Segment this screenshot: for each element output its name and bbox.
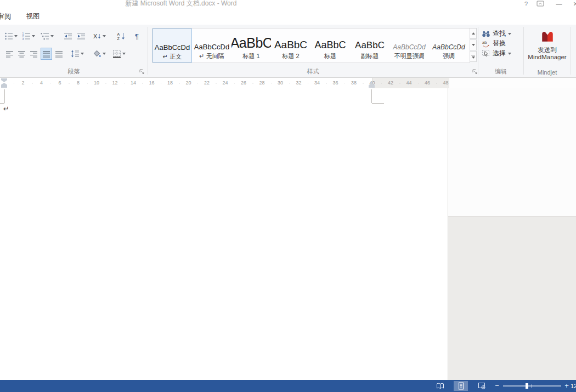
ribbon-display-options-button[interactable]: [537, 0, 549, 8]
borders-button[interactable]: [111, 48, 127, 60]
justify-button[interactable]: [41, 48, 52, 60]
align-right-button[interactable]: [29, 48, 39, 60]
zoom-out-button[interactable]: −: [492, 380, 502, 392]
chevron-down-icon: [81, 53, 84, 55]
ruler-number: 28: [259, 80, 264, 86]
paragraph-dialog-launcher[interactable]: [139, 69, 145, 75]
align-center-button[interactable]: [16, 48, 27, 60]
zoom-slider-thumb[interactable]: [526, 383, 528, 389]
style-item-3[interactable]: AaBbC标题 2: [271, 29, 310, 63]
find-button[interactable]: 查找: [482, 29, 511, 38]
select-label: 选择: [493, 49, 506, 58]
read-mode-button[interactable]: [433, 381, 447, 391]
style-name: 副标题: [350, 52, 389, 60]
ribbon-right-edge: [571, 27, 571, 75]
replace-label: 替换: [493, 39, 506, 48]
replace-button[interactable]: ab 替换: [482, 39, 506, 48]
text-boundary-crop-mark: [0, 103, 4, 104]
sort-icon: AZ: [117, 32, 126, 41]
svg-text:X: X: [93, 33, 98, 39]
ribbon: 123 X: [0, 25, 576, 78]
close-button[interactable]: ✕: [569, 0, 576, 8]
style-item-6[interactable]: AaBbCcDd不明显强调: [389, 29, 429, 63]
chevron-down-icon: [103, 35, 106, 37]
decrease-indent-button[interactable]: [63, 30, 74, 42]
style-name: 标题 2: [271, 52, 310, 60]
ribbon-display-options-icon: [537, 0, 544, 7]
style-item-5[interactable]: AaBbC副标题: [350, 29, 389, 63]
svg-text:Z: Z: [117, 37, 120, 41]
title-bar: 新建 Microsoft Word 文档.docx - Word ? — ✕: [0, 0, 576, 8]
ruler-number: 8: [77, 80, 80, 86]
distribute-icon: [55, 50, 63, 58]
gallery-scroll-up-button[interactable]: [470, 28, 477, 39]
style-name: 标题 1: [231, 52, 271, 60]
help-button[interactable]: ?: [520, 0, 532, 8]
numbering-button[interactable]: 123: [21, 30, 36, 42]
style-item-0[interactable]: AaBbCcDd↵ 正文: [153, 29, 192, 63]
text-boundary-crop-mark: [4, 89, 5, 103]
style-sample-text: AaBbCcDd: [192, 31, 231, 51]
asian-layout-icon: X: [93, 32, 101, 41]
read-mode-icon: [436, 382, 444, 390]
paragraph-group-label: 段落: [0, 67, 148, 76]
styles-group-label: 样式: [148, 67, 478, 76]
asian-layout-button[interactable]: X: [91, 30, 108, 42]
zoom-percentage[interactable]: 12: [571, 380, 576, 392]
left-indent-marker[interactable]: [1, 86, 7, 88]
chevron-down-icon: [508, 53, 511, 55]
web-layout-icon: [478, 382, 486, 390]
minimize-button[interactable]: —: [553, 0, 565, 8]
web-layout-button[interactable]: [475, 381, 489, 391]
align-left-button[interactable]: [4, 48, 15, 60]
distribute-button[interactable]: [54, 48, 64, 60]
paragraph-mark: ↵: [3, 105, 9, 113]
style-item-2[interactable]: AaBbC标题 1: [231, 29, 271, 63]
style-sample-text: AaBbCcDd: [153, 32, 191, 52]
mindmanager-logo-icon: [540, 29, 555, 43]
send-to-mindmanager-button[interactable]: 发送到 MindManager: [525, 28, 569, 61]
style-item-1[interactable]: AaBbCcDd↵ 无间隔: [192, 29, 231, 63]
style-item-7[interactable]: AaBbCcDd强调: [429, 29, 468, 63]
zoom-slider-track[interactable]: [503, 385, 561, 387]
document-page[interactable]: [0, 88, 448, 380]
select-button[interactable]: 选择: [482, 49, 511, 58]
ruler-number: 18: [167, 80, 173, 86]
svg-text:3: 3: [22, 37, 24, 41]
chevron-down-icon: [14, 35, 18, 37]
ribbon-tab-row: 审阅 视图: [0, 8, 576, 25]
multilevel-list-icon: [41, 32, 49, 41]
align-center-icon: [18, 50, 26, 58]
tab-review[interactable]: 审阅: [0, 8, 19, 25]
ruler-number: 2: [21, 80, 24, 86]
ruler-number: 38: [351, 80, 357, 86]
ruler-number: 14: [131, 80, 136, 86]
increase-indent-button[interactable]: [76, 30, 87, 42]
gallery-scroll-down-button[interactable]: [470, 39, 477, 50]
sort-button[interactable]: AZ: [115, 30, 127, 42]
ruler-number: 46: [425, 80, 430, 86]
chevron-down-icon: [103, 53, 106, 55]
tab-view[interactable]: 视图: [19, 8, 47, 25]
print-layout-icon: [457, 382, 465, 390]
horizontal-ruler: 2468101214161820222426283032343638404244…: [0, 78, 576, 88]
chevron-down-icon: [508, 33, 511, 35]
group-separator: [523, 27, 524, 75]
bullets-icon: [4, 32, 13, 41]
ruler-number: 20: [185, 80, 191, 86]
triangle-up-icon: [472, 32, 475, 35]
multilevel-list-button[interactable]: [39, 30, 55, 42]
show-hide-marks-button[interactable]: ¶: [132, 30, 144, 42]
gallery-more-button[interactable]: [470, 51, 477, 62]
zoom-slider-center-notch: [532, 384, 532, 388]
style-name: 不明显强调: [389, 52, 429, 60]
style-sample-text: AaBbC: [350, 31, 389, 51]
print-layout-button[interactable]: [454, 381, 468, 391]
shading-button[interactable]: [91, 48, 108, 60]
bullets-button[interactable]: [3, 30, 18, 42]
style-item-4[interactable]: AaBbC标题: [310, 29, 350, 63]
style-name: ↵ 无间隔: [192, 52, 231, 60]
line-spacing-button[interactable]: [69, 48, 86, 60]
ruler-number: 12: [112, 80, 117, 86]
styles-gallery: AaBbCcDd↵ 正文AaBbCcDd↵ 无间隔AaBbC标题 1AaBbC标…: [152, 28, 470, 63]
